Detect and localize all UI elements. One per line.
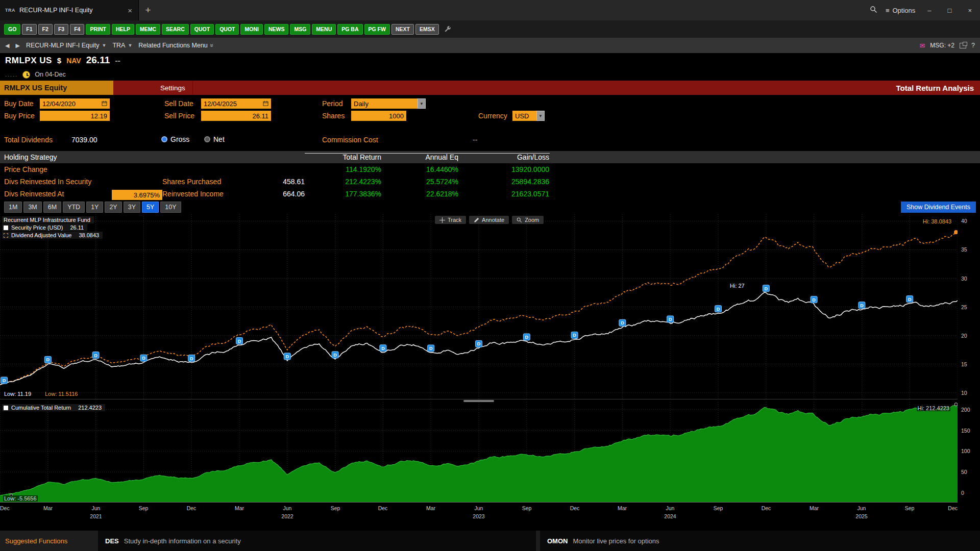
- table-row-divs-reinvested[interactable]: Divs Reinvested In Security Shares Purch…: [0, 176, 980, 188]
- range-tab-1y[interactable]: 1Y: [86, 202, 103, 213]
- settings-menu[interactable]: Settings: [153, 81, 193, 95]
- fn-button-print[interactable]: PRINT: [86, 24, 110, 35]
- range-tab-ytd[interactable]: YTD: [63, 202, 85, 213]
- currency-select[interactable]: USD: [512, 111, 536, 121]
- sell-price-field[interactable]: 26.11: [201, 111, 271, 121]
- fn-button-msg[interactable]: MSG: [290, 24, 310, 35]
- function-dropdown[interactable]: TRA ▼: [112, 42, 132, 49]
- security-dropdown[interactable]: RECUR-MLP INF-I Equity ▼: [26, 42, 106, 49]
- dividend-event-marker[interactable]: D: [140, 355, 147, 361]
- terminal-tab[interactable]: TRA RECUR-MLP INF-I Equity ×: [0, 0, 139, 20]
- wrench-icon[interactable]: [444, 26, 451, 33]
- calendar-icon[interactable]: [102, 100, 107, 108]
- dividend-event-marker[interactable]: D: [763, 285, 769, 292]
- reinvest-rate-field[interactable]: 3.6975%: [112, 190, 162, 200]
- sell-date-field[interactable]: 12/04/2025: [201, 98, 271, 109]
- restore-button[interactable]: □: [944, 6, 956, 15]
- dividend-event-marker[interactable]: D: [1, 377, 8, 384]
- calendar-icon[interactable]: [263, 100, 268, 108]
- cumulative-return-panel[interactable]: Cumulative Total Return 212.4223 Hi: 212…: [0, 402, 958, 502]
- cumulative-return-canvas[interactable]: [0, 402, 958, 502]
- table-row-price-change[interactable]: Price Change 114.1920% 16.4460% 13920.00…: [0, 163, 980, 176]
- fn-button-help[interactable]: HELP: [112, 24, 134, 35]
- fn-button-quot[interactable]: QUOT: [190, 24, 214, 35]
- shares-field[interactable]: 1000: [351, 111, 406, 121]
- fn-button-f4[interactable]: F4: [70, 24, 84, 35]
- tab-close-icon[interactable]: ×: [127, 6, 133, 15]
- fn-button-pg-fw[interactable]: PG FW: [364, 24, 390, 35]
- back-arrow-icon[interactable]: ◀: [5, 42, 9, 49]
- fn-button-news[interactable]: NEWS: [264, 24, 289, 35]
- buy-date-field[interactable]: 12/04/2020: [40, 98, 110, 109]
- annotate-tool[interactable]: Annotate: [469, 216, 509, 224]
- range-tab-5y[interactable]: 5Y: [142, 202, 159, 213]
- svg-text:D: D: [190, 356, 193, 361]
- range-tab-3y[interactable]: 3Y: [124, 202, 140, 213]
- fn-button-moni[interactable]: MONI: [240, 24, 262, 35]
- dividend-event-marker[interactable]: D: [92, 352, 99, 359]
- new-tab-button[interactable]: +: [139, 0, 157, 20]
- panel-layout-icon[interactable]: [960, 43, 966, 48]
- dividend-event-marker[interactable]: D: [236, 338, 243, 344]
- forward-arrow-icon[interactable]: ▶: [15, 42, 19, 49]
- buy-price-field[interactable]: 12.19: [40, 111, 110, 121]
- dividend-event-marker[interactable]: D: [44, 356, 51, 363]
- message-envelope-icon[interactable]: ✉: [919, 42, 925, 49]
- currency-dropdown-arrow-icon[interactable]: ▼: [536, 111, 545, 121]
- dividend-event-marker[interactable]: D: [188, 355, 195, 362]
- table-row-divs-reinvested-at[interactable]: Divs Reinvested At 3.6975% Reinvested In…: [0, 188, 980, 200]
- fn-button-f3[interactable]: F3: [54, 24, 68, 35]
- dividend-event-marker[interactable]: D: [859, 302, 865, 309]
- period-dropdown-arrow-icon[interactable]: ▼: [418, 98, 426, 109]
- price-chart-canvas[interactable]: DDDDDDDDDDDDDDDDDDDD: [0, 214, 958, 399]
- dividend-event-marker[interactable]: D: [380, 345, 386, 352]
- fn-button-next[interactable]: NEXT: [391, 24, 414, 35]
- security-name-box[interactable]: RMLPX US Equity: [0, 81, 113, 95]
- dividend-event-marker[interactable]: D: [332, 352, 338, 358]
- period-select[interactable]: Daily: [351, 98, 418, 109]
- dividend-event-marker[interactable]: D: [715, 306, 722, 312]
- dividend-event-marker[interactable]: D: [619, 319, 626, 326]
- price-chart-panel[interactable]: DDDDDDDDDDDDDDDDDDDD Recurrent MLP Infra…: [0, 214, 958, 399]
- fn-button-go[interactable]: GO: [4, 24, 20, 35]
- fn-button-menu[interactable]: MENU: [312, 24, 336, 35]
- range-tab-6m[interactable]: 6M: [43, 202, 61, 213]
- related-functions-menu[interactable]: Related Functions Menu »: [138, 42, 213, 49]
- dividend-event-marker[interactable]: D: [284, 353, 290, 360]
- zoom-tool[interactable]: Zoom: [512, 216, 544, 224]
- close-button[interactable]: ×: [964, 6, 976, 15]
- fn-button-pg-ba[interactable]: PG BA: [337, 24, 362, 35]
- dividend-event-marker[interactable]: D: [428, 345, 434, 352]
- des-suggestion[interactable]: DES Study in-depth information on a secu…: [98, 531, 536, 551]
- dividend-event-marker[interactable]: D: [906, 296, 913, 303]
- dividend-event-marker[interactable]: D: [811, 296, 817, 303]
- omon-suggestion[interactable]: OMON Monitor live prices for options: [540, 531, 980, 551]
- fn-button-f2[interactable]: F2: [38, 24, 53, 35]
- fn-button-emsx[interactable]: EMSX: [415, 24, 439, 35]
- dividend-event-marker[interactable]: D: [476, 340, 482, 347]
- double-chevron-down-icon: »: [208, 44, 215, 47]
- fn-button-memc[interactable]: MEMC: [136, 24, 160, 35]
- search-icon[interactable]: [870, 6, 877, 15]
- range-tab-10y[interactable]: 10Y: [160, 202, 181, 213]
- minimize-button[interactable]: –: [923, 6, 935, 15]
- fn-button-quot[interactable]: QUOT: [215, 24, 239, 35]
- fn-button-searc[interactable]: SEARC: [162, 24, 189, 35]
- page-title: Total Return Analysis: [896, 81, 980, 95]
- show-dividend-events-button[interactable]: Show Dividend Events: [901, 202, 976, 213]
- fn-button-f1[interactable]: F1: [22, 24, 36, 35]
- help-icon[interactable]: ?: [971, 42, 975, 49]
- net-radio[interactable]: Net: [204, 135, 225, 143]
- x-tick-label: Sep: [331, 505, 340, 511]
- dividend-event-marker[interactable]: D: [571, 332, 578, 338]
- dividend-event-marker[interactable]: D: [523, 334, 530, 340]
- message-count[interactable]: MSG: +2: [930, 42, 954, 49]
- range-tab-1m[interactable]: 1M: [4, 202, 22, 213]
- holding-strategy-table: Holding Strategy Total Return Annual Eq …: [0, 151, 980, 200]
- dividend-event-marker[interactable]: D: [667, 316, 674, 322]
- options-menu[interactable]: ≡ Options: [886, 7, 915, 14]
- range-tab-2y[interactable]: 2Y: [105, 202, 121, 213]
- track-tool[interactable]: Track: [435, 216, 466, 224]
- range-tab-3m[interactable]: 3M: [23, 202, 41, 213]
- gross-radio[interactable]: Gross: [161, 135, 189, 143]
